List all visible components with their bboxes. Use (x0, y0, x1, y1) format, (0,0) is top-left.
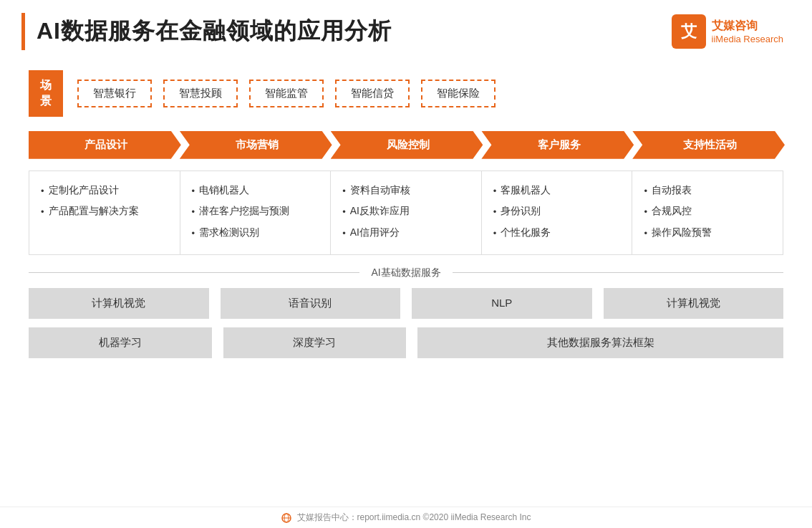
list-item: • 产品配置与解决方案 (41, 202, 168, 220)
list-item: • 潜在客户挖掘与预测 (192, 202, 319, 220)
service-box-other: 其他数据服务算法框架 (417, 327, 783, 358)
bullet-icon: • (41, 183, 44, 199)
list-item: • AI反欺诈应用 (342, 202, 470, 220)
globe-icon (281, 513, 291, 523)
ai-base-label-row: AI基础数据服务 (29, 267, 783, 279)
bullet-icon: • (192, 225, 195, 241)
content-text: 个性化服务 (501, 224, 551, 241)
content-text: AI信用评分 (350, 224, 400, 241)
list-item: • 个性化服务 (493, 224, 621, 241)
bullet-icon: • (493, 183, 497, 199)
title-bar-decoration (21, 13, 25, 50)
logo-en-text: iiMedia Research (712, 34, 783, 44)
scene-row: 场景 智慧银行 智慧投顾 智能监管 智能信贷 智能保险 (29, 70, 783, 117)
content-text: 客服机器人 (501, 181, 551, 199)
bullet-icon: • (644, 183, 647, 199)
content-text: 产品配置与解决方案 (49, 202, 139, 220)
list-item: • 身份识别 (493, 202, 621, 220)
bullet-icon: • (41, 203, 44, 220)
content-col-3: • 客服机器人 • 身份识别 • 个性化服务 (482, 171, 633, 254)
content-col-4: • 自动报表 • 合规风控 • 操作风险预警 (632, 171, 783, 254)
footer-text: 艾媒报告中心：report.iimedia.cn ©2020 iiMedia R… (297, 512, 531, 524)
content-text: 身份识别 (501, 202, 541, 220)
ai-base-section: AI基础数据服务 计算机视觉 语音识别 NLP 计算机视觉 机器学习 深度学习 … (29, 267, 783, 358)
scene-label: 场景 (29, 70, 63, 117)
divider-right (453, 272, 783, 273)
content-text: AI反欺诈应用 (350, 202, 410, 220)
scene-items: 智慧银行 智慧投顾 智能监管 智能信贷 智能保险 (77, 80, 496, 107)
header: AI数据服务在金融领域的应用分析 艾 艾媒咨询 iiMedia Research (0, 0, 812, 57)
logo-cn-text: 艾媒咨询 (712, 19, 779, 34)
bullet-icon: • (493, 203, 497, 220)
divider-left (29, 272, 359, 273)
service-box-ml: 机器学习 (29, 327, 212, 358)
bullet-icon: • (644, 225, 647, 241)
service-row-2: 机器学习 深度学习 其他数据服务算法框架 (29, 327, 783, 358)
list-item: • 合规风控 (644, 202, 771, 220)
process-row: 产品设计 市场营销 风险控制 客户服务 支持性活动 (29, 131, 783, 159)
list-item: • 电销机器人 (192, 181, 319, 199)
content-text: 定制化产品设计 (49, 181, 119, 199)
title-area: AI数据服务在金融领域的应用分析 (21, 13, 392, 50)
process-item-4: 支持性活动 (632, 131, 785, 159)
content-text: 潜在客户挖掘与预测 (199, 202, 289, 220)
scene-item-1: 智慧投顾 (163, 80, 238, 107)
bullet-icon: • (493, 225, 497, 241)
service-box-2: NLP (412, 288, 592, 319)
content-text: 电销机器人 (199, 181, 249, 199)
list-item: • 需求检测识别 (192, 224, 319, 241)
list-item: • 操作风险预警 (644, 224, 771, 241)
content-text: 操作风险预警 (652, 224, 712, 241)
content-col-2: • 资料自动审核 • AI反欺诈应用 • AI信用评分 (331, 171, 482, 254)
content-grid: • 定制化产品设计 • 产品配置与解决方案 • 电销机器人 • 潜在客户挖掘与预… (29, 171, 783, 255)
bullet-icon: • (342, 183, 346, 199)
footer: 艾媒报告中心：report.iimedia.cn ©2020 iiMedia R… (0, 507, 812, 528)
service-box-3: 计算机视觉 (604, 288, 784, 319)
bullet-icon: • (644, 203, 647, 220)
list-item: • AI信用评分 (342, 224, 470, 241)
list-item: • 自动报表 (644, 181, 771, 199)
process-item-2: 风险控制 (331, 131, 483, 159)
content-col-1: • 电销机器人 • 潜在客户挖掘与预测 • 需求检测识别 (180, 171, 332, 254)
list-item: • 客服机器人 (493, 181, 621, 199)
process-item-0: 产品设计 (29, 131, 181, 159)
scene-item-0: 智慧银行 (77, 80, 152, 107)
service-row-1: 计算机视觉 语音识别 NLP 计算机视觉 (29, 288, 783, 319)
ai-base-label: AI基础数据服务 (359, 267, 452, 279)
list-item: • 定制化产品设计 (41, 181, 168, 199)
bullet-icon: • (342, 203, 346, 220)
service-box-1: 语音识别 (221, 288, 401, 319)
main-content: 场景 智慧银行 智慧投顾 智能监管 智能信贷 智能保险 产品设计 市场营销 风险… (0, 57, 812, 374)
content-text: 自动报表 (652, 181, 692, 199)
scene-item-2: 智能监管 (249, 80, 324, 107)
process-item-1: 市场营销 (180, 131, 332, 159)
list-item: • 资料自动审核 (342, 181, 470, 199)
content-text: 合规风控 (652, 202, 692, 220)
logo-area: 艾 艾媒咨询 iiMedia Research (672, 14, 783, 49)
bullet-icon: • (192, 203, 195, 220)
content-text: 需求检测识别 (199, 224, 259, 241)
logo-icon: 艾 (672, 14, 706, 49)
page-title: AI数据服务在金融领域的应用分析 (37, 16, 392, 47)
bullet-icon: • (192, 183, 195, 199)
content-text: 资料自动审核 (350, 181, 410, 199)
bullet-icon: • (342, 225, 346, 241)
process-item-3: 客户服务 (481, 131, 634, 159)
scene-item-4: 智能保险 (421, 80, 496, 107)
scene-item-3: 智能信贷 (335, 80, 410, 107)
service-box-0: 计算机视觉 (29, 288, 209, 319)
service-box-dl: 深度学习 (223, 327, 407, 358)
content-col-0: • 定制化产品设计 • 产品配置与解决方案 (29, 171, 180, 254)
